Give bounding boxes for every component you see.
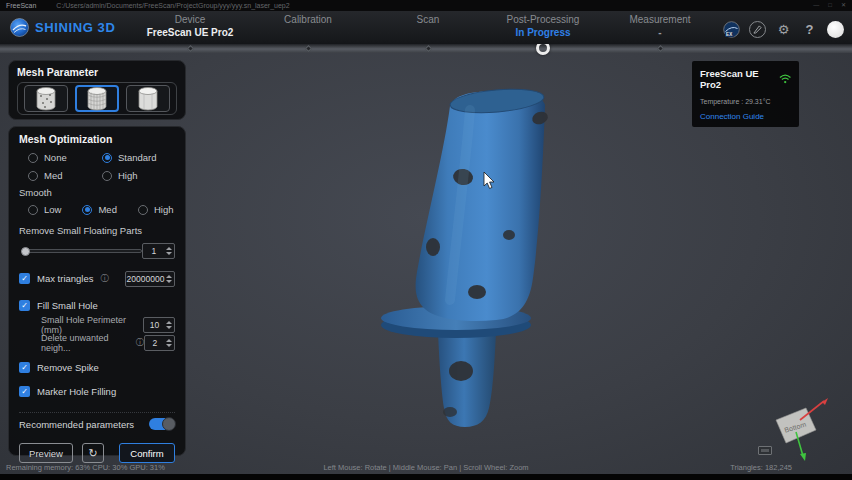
radio-none-label: None — [44, 152, 67, 163]
tab-post-processing[interactable]: Post-Processing In Progress — [478, 13, 608, 39]
mesh-detail-standard-button[interactable] — [75, 85, 119, 112]
gear-glyph: ⚙ — [778, 21, 790, 38]
help-icon[interactable]: ? — [801, 21, 818, 38]
tab-measurement[interactable]: Measurement - — [595, 13, 725, 39]
tab-post-processing-label: Post-Processing — [478, 13, 608, 26]
radio-standard[interactable]: Standard — [102, 152, 175, 163]
radio-circle-icon — [138, 205, 148, 215]
y-axis-arrow-icon — [800, 453, 806, 461]
radio-smooth-med-label: Med — [98, 204, 116, 215]
recommended-parameters-row: Recommended parameters — [19, 412, 175, 430]
preview-button[interactable]: Preview — [19, 443, 73, 463]
check-icon: ✓ — [21, 273, 28, 284]
device-info-panel: FreeScan UE Pro2 Temperature : 29.31°C C… — [692, 61, 799, 127]
globe-ex-icon[interactable]: EX — [723, 21, 740, 38]
delete-unwanted-label: Delete unwanted neigh... — [41, 333, 132, 353]
window-controls: — □ ✕ — [813, 0, 846, 11]
floating-parts-value: 1 — [143, 246, 165, 256]
stepper-arrows-icon[interactable] — [165, 275, 174, 283]
compass-icon[interactable] — [749, 21, 766, 38]
floating-parts-stepper[interactable]: 1 — [142, 243, 175, 259]
small-hole-perimeter-value: 10 — [144, 320, 165, 330]
radio-circle-icon — [82, 205, 92, 215]
mesh-parameter-options — [17, 82, 177, 115]
radio-circle-icon — [28, 205, 38, 215]
keyboard-hint-icon[interactable] — [758, 446, 772, 455]
tab-scan[interactable]: Scan — [363, 13, 493, 26]
connection-guide-link[interactable]: Connection Guide — [700, 112, 791, 121]
system-resources-status: Remaining memory: 63% CPU: 30% GPU: 31% — [6, 463, 165, 472]
remove-spike-row: ✓ Remove Spike — [19, 359, 175, 376]
check-icon: ✓ — [21, 300, 28, 311]
delete-unwanted-row: Delete unwanted neigh... ⓘ 2 — [19, 334, 175, 351]
close-icon[interactable]: ✕ — [841, 0, 846, 11]
mesh-detail-sparse-button[interactable] — [24, 85, 68, 112]
cylinder-smooth-icon — [137, 86, 159, 112]
radio-circle-icon — [102, 153, 112, 163]
checkbox-remove-spike[interactable]: ✓ — [19, 362, 30, 373]
freescan-app-window: FreeScan C:/Users/admin/Documents/FreeSc… — [0, 0, 852, 480]
delete-unwanted-stepper[interactable]: 2 — [144, 335, 175, 351]
settings-gear-icon[interactable]: ⚙ — [775, 21, 792, 38]
confirm-button[interactable]: Confirm — [119, 443, 175, 463]
checkbox-fill-small-hole[interactable]: ✓ — [19, 300, 30, 311]
radio-high-label: High — [118, 170, 138, 181]
cylinder-mesh-icon — [86, 86, 108, 112]
axis-plane-label: Bottom — [784, 421, 807, 434]
project-file-path: C:/Users/admin/Documents/FreeScan/Projec… — [56, 2, 289, 9]
mesh-parameter-panel: Mesh Parameter — [8, 60, 186, 120]
remove-small-floating-parts-label: Remove Small Floating Parts — [19, 225, 175, 236]
mesh-optimization-panel: Mesh Optimization None Standard Med High… — [8, 126, 186, 456]
top-nav-bar: SHINING 3D Device FreeScan UE Pro2 Calib… — [0, 11, 852, 44]
tab-calibration[interactable]: Calibration — [243, 13, 373, 26]
tab-post-processing-status: In Progress — [478, 26, 608, 39]
marker-hole-filling-row: ✓ Marker Hole Filling — [19, 383, 175, 400]
info-icon: ⓘ — [101, 273, 109, 284]
maximize-icon[interactable]: □ — [828, 0, 832, 11]
radio-standard-label: Standard — [118, 152, 157, 163]
max-triangles-value: 20000000 — [126, 274, 165, 284]
max-triangles-stepper[interactable]: 20000000 — [125, 271, 175, 287]
radio-smooth-low[interactable]: Low — [28, 204, 61, 215]
stepper-arrows-icon[interactable] — [165, 339, 174, 347]
checkbox-marker-hole-filling[interactable]: ✓ — [19, 386, 30, 397]
marker-hole-filling-label: Marker Hole Filling — [37, 386, 116, 397]
radio-high[interactable]: High — [102, 170, 175, 181]
quality-radio-group: None Standard Med High — [19, 152, 175, 181]
minimize-icon[interactable]: — — [813, 0, 819, 11]
tab-calibration-label: Calibration — [243, 13, 373, 26]
workflow-progress-strip — [0, 44, 852, 53]
small-hole-perimeter-row: Small Hole Perimeter (mm) 10 — [19, 316, 175, 333]
orientation-axis-widget[interactable]: Bottom — [752, 390, 852, 470]
radio-none[interactable]: None — [28, 152, 102, 163]
titlebar: FreeScan C:/Users/admin/Documents/FreeSc… — [0, 0, 852, 11]
recommended-parameters-toggle[interactable] — [149, 418, 175, 430]
checkbox-max-triangles[interactable]: ✓ — [19, 273, 30, 284]
triangle-count: Triangles: 182,245 — [730, 463, 792, 472]
radio-smooth-high[interactable]: High — [138, 204, 174, 215]
slider-thumb[interactable] — [21, 247, 30, 256]
radio-med-label: Med — [44, 170, 62, 181]
info-icon: ⓘ — [136, 337, 144, 348]
small-hole-perimeter-stepper[interactable]: 10 — [143, 317, 175, 333]
mesh-parameter-title: Mesh Parameter — [17, 66, 177, 78]
mesh-detail-smooth-button[interactable] — [126, 85, 170, 112]
step-dot-scan — [425, 45, 432, 52]
app-name: FreeScan — [6, 2, 36, 9]
reset-button[interactable]: ↻ — [82, 443, 104, 463]
step-dot-measurement — [657, 45, 664, 52]
mouse-controls-hint: Left Mouse: Rotate | Middle Mouse: Pan |… — [323, 463, 528, 472]
user-avatar[interactable] — [827, 21, 844, 38]
toggle-knob — [162, 417, 176, 431]
stepper-arrows-icon[interactable] — [165, 247, 174, 255]
step-dot-calibration — [305, 45, 312, 52]
check-icon: ✓ — [21, 362, 28, 373]
radio-smooth-med[interactable]: Med — [82, 204, 116, 215]
stepper-arrows-icon[interactable] — [165, 321, 174, 329]
tab-device[interactable]: Device FreeScan UE Pro2 — [125, 13, 255, 39]
delete-unwanted-value: 2 — [145, 338, 165, 348]
floating-parts-slider[interactable] — [21, 249, 142, 253]
radio-med[interactable]: Med — [28, 170, 102, 181]
mesh-optimization-title: Mesh Optimization — [19, 133, 175, 145]
device-temperature: Temperature : 29.31°C — [700, 98, 791, 105]
